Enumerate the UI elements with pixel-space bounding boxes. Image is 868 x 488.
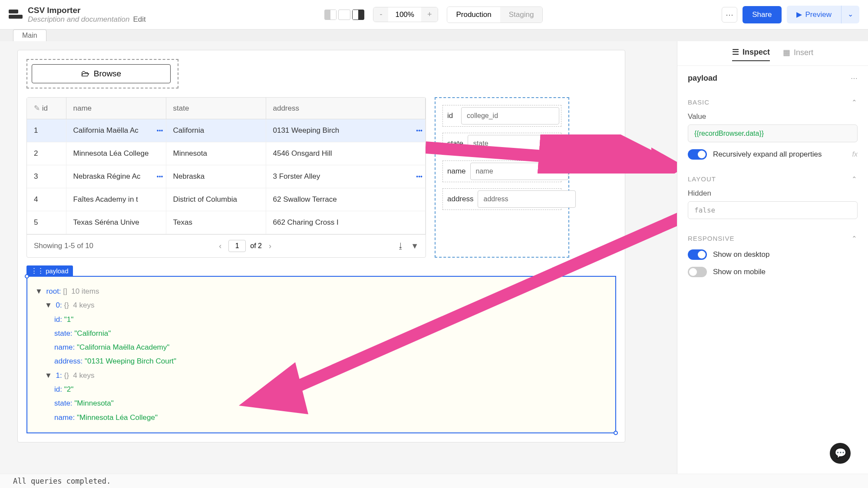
table-cell[interactable]: Minnesota <box>166 142 266 165</box>
layout-mode-group <box>324 10 364 20</box>
app-title: CSV Importer <box>28 6 146 15</box>
resize-handle-br[interactable] <box>614 431 618 435</box>
value-input[interactable]: {{recordBrowser.data}} <box>688 124 858 142</box>
table-cell[interactable]: Faîtes Academy in t <box>66 188 166 211</box>
header-right: ⋯ Share ▶ Preview ⌄ <box>722 6 859 23</box>
form-row: id <box>442 105 561 127</box>
prev-page-icon[interactable]: ‹ <box>216 242 224 251</box>
layout-right-icon[interactable] <box>352 10 364 20</box>
payload-badge[interactable]: ⋮⋮ payload <box>26 265 73 276</box>
env-tab-production[interactable]: Production <box>447 7 500 23</box>
zoom-out-button[interactable]: - <box>373 7 388 22</box>
help-button[interactable]: 💬 <box>830 443 851 464</box>
hidden-input[interactable]: false <box>688 201 858 219</box>
main-tab[interactable]: Main <box>13 29 46 41</box>
table-cell[interactable]: 0131 Weeping Birch••• <box>266 119 426 142</box>
basic-header: BASIC <box>688 98 710 106</box>
hidden-label: Hidden <box>688 189 858 198</box>
form-row: state <box>442 133 561 154</box>
table-cell[interactable]: 4 <box>27 188 66 211</box>
table-cell[interactable]: 1 <box>27 119 66 142</box>
form-input[interactable] <box>468 135 566 152</box>
form-label: id <box>445 111 457 120</box>
expand-toggle[interactable] <box>688 149 707 160</box>
next-page-icon[interactable]: › <box>266 242 274 251</box>
table-cell[interactable]: 4546 Onsgard Hill <box>266 142 426 165</box>
table-row[interactable]: 4Faîtes Academy in tDistrict of Columbia… <box>27 188 426 211</box>
table-status: Showing 1-5 of 10 <box>34 242 93 250</box>
table-cell[interactable]: 3 Forster Alley••• <box>266 165 426 188</box>
tree-caret-icon[interactable]: ▼ <box>35 287 43 295</box>
browse-label: Browse <box>94 69 121 79</box>
share-button[interactable]: Share <box>743 6 781 23</box>
layout-header: LAYOUT <box>688 175 716 183</box>
tab-inspect[interactable]: ☰ Inspect <box>732 47 770 61</box>
edit-link[interactable]: Edit <box>133 15 145 24</box>
cell-more-icon[interactable]: ••• <box>416 127 422 134</box>
resize-handle-tl[interactable] <box>25 274 29 278</box>
folder-icon: 🗁 <box>81 69 89 79</box>
form-input[interactable] <box>478 190 576 208</box>
desktop-toggle[interactable] <box>688 249 707 260</box>
form-row: name <box>442 160 561 182</box>
table-cell[interactable]: California Maëlla Ac••• <box>66 119 166 142</box>
more-button[interactable]: ⋯ <box>722 7 737 23</box>
tab-bar: Main <box>0 29 868 41</box>
fx-icon[interactable]: fx <box>852 151 858 158</box>
content-row: id name state address 1California Maëlla… <box>26 97 616 258</box>
table-row[interactable]: 2Minnesota Léa CollegeMinnesota4546 Onsg… <box>27 142 426 165</box>
preview-chevron-icon[interactable]: ⌄ <box>841 6 859 23</box>
layout-left-icon[interactable] <box>324 10 337 20</box>
download-icon[interactable]: ⭳ <box>397 242 405 251</box>
layout-bottom-icon[interactable] <box>338 10 350 20</box>
table-cell[interactable]: Nebraska Régine Ac••• <box>66 165 166 188</box>
filter-icon[interactable]: ▼ <box>411 242 419 251</box>
col-address[interactable]: address <box>266 98 426 119</box>
zoom-value: 100% <box>388 8 421 22</box>
table-actions: ⭳ ▼ <box>397 242 419 251</box>
table-cell[interactable]: Texas <box>166 211 266 234</box>
tab-insert[interactable]: ▦ Insert <box>783 47 813 61</box>
tree-caret-icon[interactable]: ▼ <box>45 301 52 309</box>
main-area: 🗁 Browse id name state address <box>0 41 868 486</box>
zoom-in-button[interactable]: + <box>421 7 438 22</box>
table-cell[interactable]: 5 <box>27 211 66 234</box>
table-cell[interactable]: California <box>166 119 266 142</box>
cell-more-icon[interactable]: ••• <box>416 173 422 180</box>
collapse-icon[interactable]: ⌃ <box>851 235 858 242</box>
table-cell[interactable]: 62 Swallow Terrace <box>266 188 426 211</box>
collapse-icon[interactable]: ⌃ <box>851 98 858 106</box>
form-input[interactable] <box>470 163 568 180</box>
browse-button[interactable]: 🗁 Browse <box>32 64 171 83</box>
payload-panel[interactable]: ▼ root: [] 10 items▼ 0: {} 4 keysid: "1"… <box>26 276 616 433</box>
env-tab-staging[interactable]: Staging <box>500 7 543 23</box>
table-cell[interactable]: 662 Charing Cross I <box>266 211 426 234</box>
table-cell[interactable]: Texas Séréna Unive <box>66 211 166 234</box>
col-id[interactable]: id <box>27 98 66 119</box>
form-input[interactable] <box>461 107 559 124</box>
table-row[interactable]: 5Texas Séréna UniveTexas662 Charing Cros… <box>27 211 426 234</box>
table-row[interactable]: 1California Maëlla Ac•••California0131 W… <box>27 119 426 142</box>
cell-more-icon[interactable]: ••• <box>157 127 163 134</box>
table-cell[interactable]: Nebraska <box>166 165 266 188</box>
browse-container: 🗁 Browse <box>26 59 178 88</box>
col-state[interactable]: state <box>166 98 266 119</box>
table-cell[interactable]: 2 <box>27 142 66 165</box>
table-cell[interactable]: 3 <box>27 165 66 188</box>
more-icon[interactable]: ⋯ <box>851 74 858 82</box>
mobile-toggle[interactable] <box>688 267 707 277</box>
table-cell[interactable]: Minnesota Léa College <box>66 142 166 165</box>
tree-caret-icon[interactable]: ▼ <box>45 371 52 380</box>
zoom-controls: - 100% + <box>373 7 438 22</box>
col-name[interactable]: name <box>66 98 166 119</box>
preview-button[interactable]: ▶ Preview <box>787 6 841 23</box>
table-row[interactable]: 3Nebraska Régine Ac•••Nebraska3 Forster … <box>27 165 426 188</box>
app-logo-icon <box>9 10 23 20</box>
collapse-icon[interactable]: ⌃ <box>851 175 858 183</box>
form-panel: idstatenameaddress <box>435 97 569 258</box>
sidebar: ☰ Inspect ▦ Insert payload ⋯ BASIC ⌃ Val… <box>677 41 868 486</box>
header-left: CSV Importer Description and documentati… <box>9 6 146 24</box>
cell-more-icon[interactable]: ••• <box>157 173 163 180</box>
page-input[interactable] <box>228 240 246 252</box>
table-cell[interactable]: District of Columbia <box>166 188 266 211</box>
